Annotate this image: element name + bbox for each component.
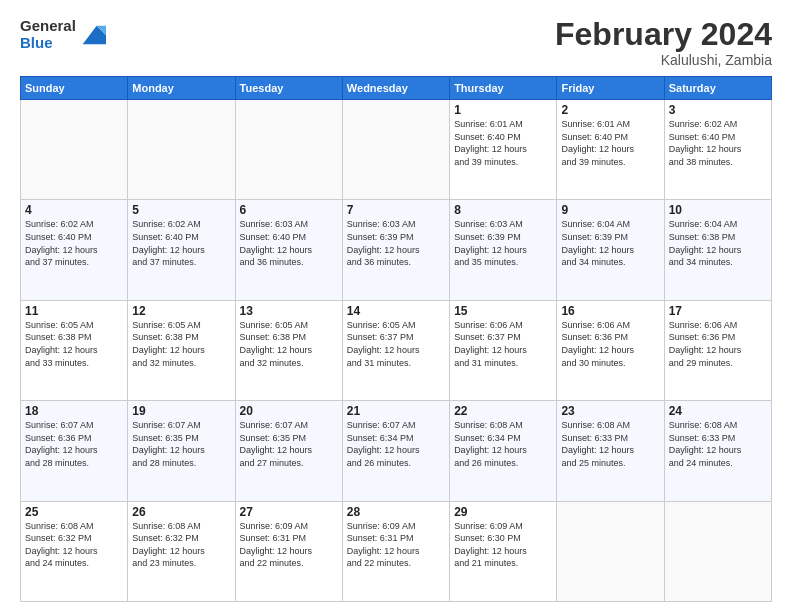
week-row-1: 4Sunrise: 6:02 AM Sunset: 6:40 PM Daylig…: [21, 200, 772, 300]
day-info: Sunrise: 6:03 AM Sunset: 6:40 PM Dayligh…: [240, 218, 338, 268]
calendar-cell: 21Sunrise: 6:07 AM Sunset: 6:34 PM Dayli…: [342, 401, 449, 501]
day-info: Sunrise: 6:06 AM Sunset: 6:37 PM Dayligh…: [454, 319, 552, 369]
calendar-cell: [664, 501, 771, 601]
day-info: Sunrise: 6:09 AM Sunset: 6:30 PM Dayligh…: [454, 520, 552, 570]
day-info: Sunrise: 6:08 AM Sunset: 6:33 PM Dayligh…: [561, 419, 659, 469]
calendar-cell: [235, 100, 342, 200]
page: General Blue February 2024 Kalulushi, Za…: [0, 0, 792, 612]
calendar-cell: [342, 100, 449, 200]
day-info: Sunrise: 6:06 AM Sunset: 6:36 PM Dayligh…: [669, 319, 767, 369]
day-header-friday: Friday: [557, 77, 664, 100]
day-info: Sunrise: 6:08 AM Sunset: 6:32 PM Dayligh…: [132, 520, 230, 570]
day-header-tuesday: Tuesday: [235, 77, 342, 100]
day-number: 4: [25, 203, 123, 217]
day-info: Sunrise: 6:09 AM Sunset: 6:31 PM Dayligh…: [347, 520, 445, 570]
calendar-cell: [557, 501, 664, 601]
title-block: February 2024 Kalulushi, Zambia: [555, 18, 772, 68]
day-info: Sunrise: 6:09 AM Sunset: 6:31 PM Dayligh…: [240, 520, 338, 570]
day-info: Sunrise: 6:04 AM Sunset: 6:38 PM Dayligh…: [669, 218, 767, 268]
day-info: Sunrise: 6:05 AM Sunset: 6:38 PM Dayligh…: [132, 319, 230, 369]
day-info: Sunrise: 6:01 AM Sunset: 6:40 PM Dayligh…: [561, 118, 659, 168]
day-number: 10: [669, 203, 767, 217]
calendar-cell: 3Sunrise: 6:02 AM Sunset: 6:40 PM Daylig…: [664, 100, 771, 200]
calendar-cell: 12Sunrise: 6:05 AM Sunset: 6:38 PM Dayli…: [128, 300, 235, 400]
header: General Blue February 2024 Kalulushi, Za…: [20, 18, 772, 68]
calendar-cell: 22Sunrise: 6:08 AM Sunset: 6:34 PM Dayli…: [450, 401, 557, 501]
day-info: Sunrise: 6:03 AM Sunset: 6:39 PM Dayligh…: [347, 218, 445, 268]
subtitle: Kalulushi, Zambia: [555, 52, 772, 68]
calendar-cell: 25Sunrise: 6:08 AM Sunset: 6:32 PM Dayli…: [21, 501, 128, 601]
calendar-cell: 11Sunrise: 6:05 AM Sunset: 6:38 PM Dayli…: [21, 300, 128, 400]
day-number: 22: [454, 404, 552, 418]
day-info: Sunrise: 6:07 AM Sunset: 6:36 PM Dayligh…: [25, 419, 123, 469]
calendar-cell: 28Sunrise: 6:09 AM Sunset: 6:31 PM Dayli…: [342, 501, 449, 601]
day-number: 18: [25, 404, 123, 418]
calendar-cell: [128, 100, 235, 200]
day-number: 5: [132, 203, 230, 217]
day-number: 27: [240, 505, 338, 519]
day-header-wednesday: Wednesday: [342, 77, 449, 100]
calendar-cell: 4Sunrise: 6:02 AM Sunset: 6:40 PM Daylig…: [21, 200, 128, 300]
day-number: 17: [669, 304, 767, 318]
day-number: 28: [347, 505, 445, 519]
week-row-2: 11Sunrise: 6:05 AM Sunset: 6:38 PM Dayli…: [21, 300, 772, 400]
day-number: 24: [669, 404, 767, 418]
day-number: 23: [561, 404, 659, 418]
day-info: Sunrise: 6:04 AM Sunset: 6:39 PM Dayligh…: [561, 218, 659, 268]
day-number: 7: [347, 203, 445, 217]
day-info: Sunrise: 6:05 AM Sunset: 6:38 PM Dayligh…: [25, 319, 123, 369]
calendar-cell: 14Sunrise: 6:05 AM Sunset: 6:37 PM Dayli…: [342, 300, 449, 400]
day-info: Sunrise: 6:05 AM Sunset: 6:37 PM Dayligh…: [347, 319, 445, 369]
calendar-cell: 8Sunrise: 6:03 AM Sunset: 6:39 PM Daylig…: [450, 200, 557, 300]
day-info: Sunrise: 6:01 AM Sunset: 6:40 PM Dayligh…: [454, 118, 552, 168]
day-info: Sunrise: 6:03 AM Sunset: 6:39 PM Dayligh…: [454, 218, 552, 268]
calendar-cell: 16Sunrise: 6:06 AM Sunset: 6:36 PM Dayli…: [557, 300, 664, 400]
day-header-monday: Monday: [128, 77, 235, 100]
day-header-saturday: Saturday: [664, 77, 771, 100]
calendar-cell: 15Sunrise: 6:06 AM Sunset: 6:37 PM Dayli…: [450, 300, 557, 400]
day-info: Sunrise: 6:07 AM Sunset: 6:35 PM Dayligh…: [132, 419, 230, 469]
calendar-cell: 29Sunrise: 6:09 AM Sunset: 6:30 PM Dayli…: [450, 501, 557, 601]
day-number: 16: [561, 304, 659, 318]
day-number: 3: [669, 103, 767, 117]
calendar-cell: 7Sunrise: 6:03 AM Sunset: 6:39 PM Daylig…: [342, 200, 449, 300]
calendar-cell: [21, 100, 128, 200]
day-info: Sunrise: 6:05 AM Sunset: 6:38 PM Dayligh…: [240, 319, 338, 369]
day-number: 12: [132, 304, 230, 318]
day-number: 11: [25, 304, 123, 318]
calendar-cell: 9Sunrise: 6:04 AM Sunset: 6:39 PM Daylig…: [557, 200, 664, 300]
header-row: SundayMondayTuesdayWednesdayThursdayFrid…: [21, 77, 772, 100]
calendar-header: SundayMondayTuesdayWednesdayThursdayFrid…: [21, 77, 772, 100]
logo-icon: [78, 21, 106, 49]
calendar-cell: 19Sunrise: 6:07 AM Sunset: 6:35 PM Dayli…: [128, 401, 235, 501]
day-number: 13: [240, 304, 338, 318]
day-info: Sunrise: 6:06 AM Sunset: 6:36 PM Dayligh…: [561, 319, 659, 369]
calendar-cell: 20Sunrise: 6:07 AM Sunset: 6:35 PM Dayli…: [235, 401, 342, 501]
calendar-cell: 5Sunrise: 6:02 AM Sunset: 6:40 PM Daylig…: [128, 200, 235, 300]
calendar-cell: 2Sunrise: 6:01 AM Sunset: 6:40 PM Daylig…: [557, 100, 664, 200]
calendar-cell: 18Sunrise: 6:07 AM Sunset: 6:36 PM Dayli…: [21, 401, 128, 501]
day-info: Sunrise: 6:07 AM Sunset: 6:35 PM Dayligh…: [240, 419, 338, 469]
day-number: 9: [561, 203, 659, 217]
calendar-cell: 1Sunrise: 6:01 AM Sunset: 6:40 PM Daylig…: [450, 100, 557, 200]
day-number: 15: [454, 304, 552, 318]
week-row-0: 1Sunrise: 6:01 AM Sunset: 6:40 PM Daylig…: [21, 100, 772, 200]
day-number: 20: [240, 404, 338, 418]
day-number: 25: [25, 505, 123, 519]
day-number: 8: [454, 203, 552, 217]
day-number: 14: [347, 304, 445, 318]
day-info: Sunrise: 6:08 AM Sunset: 6:32 PM Dayligh…: [25, 520, 123, 570]
day-number: 6: [240, 203, 338, 217]
calendar-cell: 10Sunrise: 6:04 AM Sunset: 6:38 PM Dayli…: [664, 200, 771, 300]
day-number: 2: [561, 103, 659, 117]
month-title: February 2024: [555, 18, 772, 50]
day-info: Sunrise: 6:07 AM Sunset: 6:34 PM Dayligh…: [347, 419, 445, 469]
calendar-cell: 26Sunrise: 6:08 AM Sunset: 6:32 PM Dayli…: [128, 501, 235, 601]
day-info: Sunrise: 6:02 AM Sunset: 6:40 PM Dayligh…: [669, 118, 767, 168]
day-number: 19: [132, 404, 230, 418]
day-header-thursday: Thursday: [450, 77, 557, 100]
calendar-cell: 6Sunrise: 6:03 AM Sunset: 6:40 PM Daylig…: [235, 200, 342, 300]
calendar-cell: 17Sunrise: 6:06 AM Sunset: 6:36 PM Dayli…: [664, 300, 771, 400]
day-header-sunday: Sunday: [21, 77, 128, 100]
calendar-cell: 27Sunrise: 6:09 AM Sunset: 6:31 PM Dayli…: [235, 501, 342, 601]
